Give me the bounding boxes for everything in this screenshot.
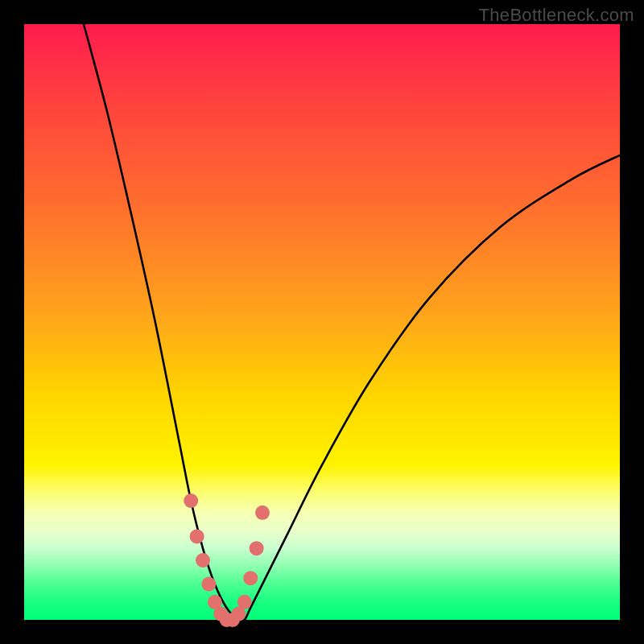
marker-dot	[250, 541, 264, 555]
bottleneck-curve-path	[84, 24, 620, 621]
plot-area	[24, 24, 620, 620]
chart-frame: TheBottleneck.com	[0, 0, 644, 644]
marker-dot	[237, 595, 252, 609]
marker-dot	[196, 553, 210, 568]
marker-dot	[184, 493, 198, 508]
marker-dot	[201, 577, 216, 592]
curve-layer	[24, 24, 620, 620]
marker-dot	[255, 506, 270, 520]
marker-dot	[243, 571, 258, 585]
watermark-text: TheBottleneck.com	[479, 5, 634, 26]
marker-dot	[190, 529, 204, 543]
